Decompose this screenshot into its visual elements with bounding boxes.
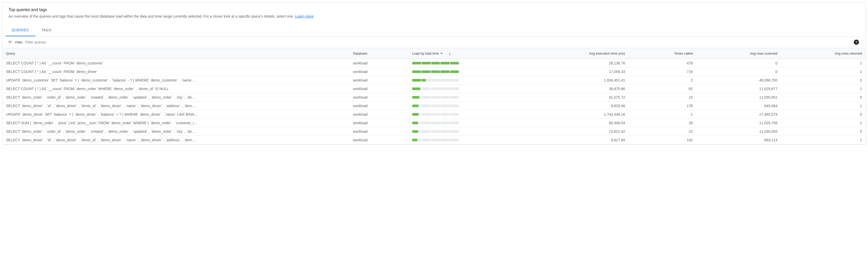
cell-load — [409, 93, 519, 102]
cell-database: workload — [349, 67, 409, 76]
sort-caret-icon — [440, 53, 442, 54]
col-rows-returned[interactable]: Avg rows returned — [781, 48, 866, 59]
cell-avg-exec: 9,833.46 — [519, 102, 629, 110]
cell-times-called: 716 — [629, 67, 696, 76]
table-row[interactable]: SELECT `demo_driver` . `id` , `demo_driv… — [2, 136, 866, 144]
cell-query[interactable]: SELECT COUNT ( * ) AS `__count` FROM `de… — [2, 85, 349, 93]
tab-tags[interactable]: TAGS — [35, 24, 58, 36]
cell-times-called: 22 — [629, 127, 696, 136]
cell-database: workload — [349, 76, 409, 85]
cell-times-called: 62 — [629, 85, 696, 93]
filter-row: Filter ? — [2, 36, 866, 48]
col-times-called[interactable]: Times called — [629, 48, 696, 59]
cell-avg-exec: 9,627.84 — [519, 136, 629, 144]
cell-database: workload — [349, 93, 409, 102]
table-row[interactable]: SELECT `demo_driver` . `id` , `demo_driv… — [2, 102, 866, 110]
load-bar — [412, 139, 459, 141]
cell-database: workload — [349, 110, 409, 119]
cell-database: workload — [349, 59, 409, 67]
cell-load — [409, 102, 519, 110]
table-body: SELECT COUNT ( * ) AS `__count` FROM `de… — [2, 59, 866, 144]
cell-load — [409, 67, 519, 76]
cell-times-called: 22 — [629, 93, 696, 102]
cell-rows-scanned: 11,030,055 — [696, 127, 781, 136]
table-row[interactable]: SELECT SUM ( `demo_order` . `price` ) AS… — [2, 119, 866, 127]
cell-times-called: 1 — [629, 110, 696, 119]
cell-query[interactable]: UPDATE `demo_customer` SET `balance` = (… — [2, 76, 349, 85]
cell-query[interactable]: SELECT `demo_order` . `order_id` , `demo… — [2, 93, 349, 102]
table-row[interactable]: UPDATE `demo_customer` SET `balance` = (… — [2, 76, 866, 85]
col-avg-exec[interactable]: Avg execution time (ms) — [519, 48, 629, 59]
load-bar — [412, 105, 459, 107]
cell-database: workload — [349, 102, 409, 110]
cell-avg-exec: 1,834,451.41 — [519, 76, 629, 85]
cell-load — [409, 119, 519, 127]
cell-rows-returned: 1 — [781, 136, 866, 144]
cell-times-called: 478 — [629, 59, 696, 67]
cell-rows-scanned: 0 — [696, 67, 781, 76]
cell-avg-exec: 60,308.54 — [519, 119, 629, 127]
cell-avg-exec: 91,075.72 — [519, 93, 629, 102]
table-row[interactable]: UPDATE `demo_driver` SET `balance` = ( `… — [2, 110, 866, 119]
cell-rows-returned: 1 — [781, 85, 866, 93]
col-load[interactable]: Load by total time ↓ — [409, 48, 519, 59]
cell-times-called: 28 — [629, 119, 696, 127]
table-row[interactable]: SELECT `demo_order` . `order_id` , `demo… — [2, 93, 866, 102]
cell-query[interactable]: SELECT SUM ( `demo_order` . `price` ) AS… — [2, 119, 349, 127]
table-row[interactable]: SELECT `demo_order` . `order_id` , `demo… — [2, 127, 866, 136]
cell-load — [409, 136, 519, 144]
card-title: Top queries and tags — [8, 7, 860, 12]
load-bar — [412, 62, 459, 64]
filter-input[interactable] — [25, 39, 851, 45]
cell-load — [409, 127, 519, 136]
load-bar — [412, 70, 459, 73]
table-row[interactable]: SELECT COUNT ( * ) AS `__count` FROM `de… — [2, 59, 866, 67]
tab-queries[interactable]: QUERIES — [5, 24, 35, 36]
cell-avg-exec: 17,056.33 — [519, 67, 629, 76]
cell-times-called: 142 — [629, 136, 696, 144]
cell-query[interactable]: UPDATE `demo_driver` SET `balance` = ( `… — [2, 110, 349, 119]
cell-rows-returned: 0 — [781, 127, 866, 136]
cell-database: workload — [349, 127, 409, 136]
table-header-row: Query Database Load by total time ↓ Avg … — [2, 48, 866, 59]
subtitle-text: An overview of the queries and tags that… — [8, 14, 295, 19]
cell-rows-returned: 0 — [781, 93, 866, 102]
col-query[interactable]: Query — [2, 48, 349, 59]
cell-avg-exec: 1,743,448.16 — [519, 110, 629, 119]
col-rows-scanned[interactable]: Avg rows scanned — [696, 48, 781, 59]
cell-rows-returned: 0 — [781, 110, 866, 119]
table-row[interactable]: SELECT COUNT ( * ) AS `__count` FROM `de… — [2, 67, 866, 76]
col-load-label: Load by total time — [412, 52, 439, 55]
cell-query[interactable]: SELECT `demo_driver` . `id` , `demo_driv… — [2, 136, 349, 144]
cell-load — [409, 59, 519, 67]
cell-rows-scanned: 27,480,579 — [696, 110, 781, 119]
cell-rows-scanned: 11,030,051 — [696, 93, 781, 102]
arrow-down-icon: ↓ — [449, 51, 451, 56]
col-database[interactable]: Database — [349, 48, 409, 59]
cell-query[interactable]: SELECT `demo_order` . `order_id` , `demo… — [2, 127, 349, 136]
cell-rows-scanned: 11,029,756 — [696, 119, 781, 127]
cell-query[interactable]: SELECT COUNT ( * ) AS `__count` FROM `de… — [2, 67, 349, 76]
cell-rows-returned: 1 — [781, 102, 866, 110]
cell-rows-scanned: 640,484 — [696, 102, 781, 110]
cell-query[interactable]: SELECT `demo_driver` . `id` , `demo_driv… — [2, 102, 349, 110]
table-row[interactable]: SELECT COUNT ( * ) AS `__count` FROM `de… — [2, 85, 866, 93]
load-bar — [412, 87, 459, 90]
cell-database: workload — [349, 119, 409, 127]
cell-rows-returned: 1 — [781, 67, 866, 76]
card-subtitle: An overview of the queries and tags that… — [8, 14, 860, 19]
cell-rows-returned: 0 — [781, 76, 866, 85]
cell-rows-returned: 1 — [781, 59, 866, 67]
load-bar — [412, 79, 459, 82]
help-icon[interactable]: ? — [854, 39, 859, 45]
cell-load — [409, 85, 519, 93]
load-bar — [412, 113, 459, 116]
top-queries-card: Top queries and tags An overview of the … — [2, 2, 866, 145]
learn-more-link[interactable]: Learn more — [295, 14, 314, 19]
cell-rows-returned: 1 — [781, 119, 866, 127]
cell-query[interactable]: SELECT COUNT ( * ) AS `__count` FROM `de… — [2, 59, 349, 67]
cell-rows-scanned: 0 — [696, 59, 781, 67]
cell-load — [409, 110, 519, 119]
cell-database: workload — [349, 85, 409, 93]
tabs: QUERIES TAGS — [2, 24, 866, 36]
